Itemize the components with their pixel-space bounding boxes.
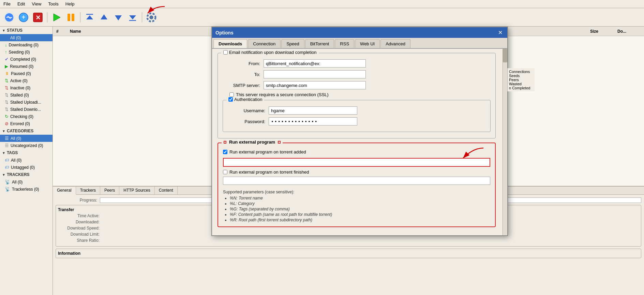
from-row: From:	[223, 59, 491, 68]
modal-tab-connection[interactable]: Connection	[248, 39, 281, 48]
to-row: To:	[223, 70, 491, 78]
username-row: Username:	[228, 106, 485, 115]
on-finished-row: Run external program on torrent finished	[223, 169, 490, 175]
to-label: To:	[223, 72, 264, 77]
right-seeds: Seeds	[509, 74, 533, 78]
right-info-panel: Connections Seeds Peers Wasted n Complet…	[507, 68, 535, 91]
smtp-row: SMTP server:	[223, 81, 491, 89]
on-added-label: Run external program on torrent added	[229, 149, 306, 154]
on-finished-checkbox[interactable]	[223, 170, 227, 174]
from-label: From:	[223, 61, 264, 66]
on-added-input-container	[223, 157, 490, 167]
username-label: Username:	[228, 108, 269, 113]
password-input[interactable]	[269, 117, 357, 126]
auth-checkbox[interactable]	[228, 97, 233, 102]
right-completed: n Completed	[509, 86, 533, 90]
modal-title: Options	[215, 30, 234, 35]
to-input[interactable]	[264, 70, 366, 78]
email-section-label: Email notification upon download complet…	[229, 50, 317, 55]
smtp-input[interactable]	[264, 81, 366, 89]
modal-tab-advanced[interactable]: Advanced	[380, 39, 410, 48]
modal-tab-downloads[interactable]: Downloads	[213, 39, 247, 48]
options-modal: Options ✕ Downloads Connection Speed Bit…	[211, 27, 508, 236]
modal-tab-rss[interactable]: RSS	[335, 39, 354, 48]
params-list: %N: Torrent name %L: Category %G: Tags (…	[230, 196, 490, 222]
modal-overlay: Options ✕ Downloads Connection Speed Bit…	[0, 0, 644, 295]
modal-scrollbar[interactable]	[503, 49, 507, 235]
arrow-annotation-input	[446, 146, 487, 164]
ssl-row: This server requires a secure connection…	[223, 92, 491, 97]
auth-section: Authentication Username: Password:	[223, 100, 491, 132]
modal-body: Email notification upon download complet…	[212, 49, 503, 235]
on-finished-label: Run external program on torrent finished	[229, 169, 309, 175]
ssl-checkbox[interactable]	[229, 92, 234, 97]
auth-label: Authentication	[234, 97, 262, 102]
modal-tabs: Downloads Connection Speed BitTorrent RS…	[212, 38, 507, 49]
on-finished-input[interactable]	[223, 177, 490, 185]
scrollbar-thumb[interactable]	[503, 49, 507, 62]
param-g: %G: Tags (separated by comma)	[230, 207, 490, 211]
run-section: Run external program Run external progra…	[218, 143, 496, 227]
modal-titlebar: Options ✕	[212, 27, 507, 38]
modal-tab-webui[interactable]: Web UI	[355, 39, 380, 48]
smtp-label: SMTP server:	[223, 83, 264, 88]
modal-close-button[interactable]: ✕	[497, 29, 504, 36]
param-l: %L: Category	[230, 201, 490, 206]
run-label: Run external program	[229, 139, 275, 145]
param-f: %F: Content path (same as root path for …	[230, 212, 490, 217]
password-row: Password:	[228, 117, 485, 126]
email-section: Email notification upon download complet…	[218, 53, 496, 138]
right-connections: Connections	[509, 70, 533, 74]
modal-tab-speed[interactable]: Speed	[281, 39, 304, 48]
password-label: Password:	[228, 119, 269, 124]
right-wasted: Wasted	[509, 82, 533, 86]
right-peers: Peers	[509, 78, 533, 82]
modal-tab-bittorrent[interactable]: BitTorrent	[305, 39, 334, 48]
auth-title: Authentication	[226, 97, 264, 102]
email-checkbox[interactable]	[223, 50, 228, 55]
param-n: %N: Torrent name	[230, 196, 490, 201]
run-section-title: Run external program	[222, 139, 283, 145]
param-r: %R: Root path (first torrent subdirector…	[230, 218, 490, 222]
params-title: Supported parameters (case sensitive):	[223, 190, 490, 194]
username-input[interactable]	[269, 106, 357, 115]
on-added-checkbox[interactable]	[223, 150, 227, 154]
ssl-label: This server requires a secure connection…	[236, 92, 329, 97]
from-input[interactable]	[264, 59, 366, 68]
email-section-title: Email notification upon download complet…	[221, 50, 319, 55]
